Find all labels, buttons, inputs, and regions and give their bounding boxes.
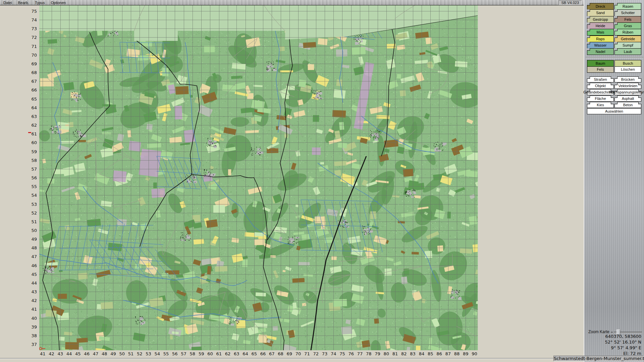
terrain-button-gras[interactable]: Gras	[614, 22, 641, 29]
object-button-busch[interactable]: Busch	[614, 60, 641, 67]
sidebar: DreckRasenSandSchotterGestrüppFelsHeideG…	[584, 0, 644, 362]
button-tab	[587, 3, 590, 5]
terrain-button-laub[interactable]: Laub	[614, 48, 641, 55]
y-axis-label: 61	[0, 131, 37, 136]
menu-bar: DateiBearb.TypusOptionenSB V4.023	[0, 0, 584, 5]
tool-button-strassen[interactable]: Straßen	[587, 76, 614, 82]
axis-cursor-tick	[28, 132, 31, 133]
terrain-button-rasen[interactable]: Rasen	[614, 3, 641, 10]
button-tab	[611, 96, 614, 98]
terrain-button-gras-label: Gras	[624, 24, 632, 28]
y-axis-label: 47	[0, 254, 37, 259]
divider	[0, 358, 584, 359]
divider	[586, 57, 643, 58]
y-axis-label: 53	[0, 202, 37, 207]
terrain-button-schotter[interactable]: Schotter	[614, 9, 641, 16]
y-axis-label: 55	[0, 184, 37, 189]
status-file-box: Schwarmstedt-Bergen-Munster_summer.ter	[553, 356, 643, 361]
button-tab	[587, 16, 590, 18]
terrain-button-wasser[interactable]: Wasser	[587, 42, 614, 49]
terrain-button-fels[interactable]: Fels	[614, 16, 641, 23]
y-axis-label: 52	[0, 210, 37, 216]
tool-button-beton[interactable]: Beton	[614, 102, 641, 108]
button-tab	[638, 83, 641, 85]
y-axis-label: 72	[0, 35, 37, 40]
menu-item-optionen[interactable]: Optionen	[51, 1, 66, 5]
button-tab	[614, 3, 618, 5]
tool-button-bruecken-label: Brücken	[621, 77, 635, 81]
y-axis-label: 40	[0, 316, 37, 321]
terrain-button-sumpf[interactable]: Sumpf	[614, 42, 641, 49]
terrain-button-gestruepp[interactable]: Gestrüpp	[587, 16, 614, 23]
menu-item-typus[interactable]: Typus	[35, 1, 45, 5]
object-button-busch-label: Busch	[623, 61, 633, 65]
terrain-button-raps[interactable]: Raps	[587, 36, 614, 42]
button-tab	[614, 83, 618, 85]
y-axis-label: 65	[0, 97, 37, 102]
object-button-baum[interactable]: Baum	[587, 60, 614, 67]
y-axis-label: 54	[0, 193, 37, 198]
y-axis-label: 41	[0, 307, 37, 312]
terrain-button-nadel[interactable]: Nadel	[587, 48, 614, 55]
tool-button-asphalt[interactable]: Asphalt	[614, 96, 641, 102]
terrain-button-heide[interactable]: Heide	[587, 22, 614, 29]
terrain-button-sumpf-label: Sumpf	[623, 43, 633, 47]
object-button-baum-label: Baum	[596, 61, 605, 65]
button-tab	[587, 76, 590, 79]
y-axis-label: 49	[0, 237, 37, 242]
button-tab	[614, 102, 618, 104]
zoom-slider-min-tick	[611, 332, 613, 333]
terrain-button-sand-label: Sand	[596, 11, 605, 15]
button-tab	[614, 22, 618, 25]
terrain-button-sand[interactable]: Sand	[587, 9, 614, 16]
terrain-button-wasser-label: Wasser	[594, 43, 607, 47]
y-axis-label: 64	[0, 105, 37, 110]
select-button[interactable]: Auswählen	[587, 108, 641, 114]
map-workspace: 7574737271706968676665646362616059585756…	[0, 5, 584, 362]
tool-button-flaeche-label: Fläche	[595, 97, 606, 101]
terrain-button-rueben[interactable]: Rüben	[614, 29, 641, 36]
tool-button-objekt-label: Objekt	[595, 84, 606, 88]
terrain-button-gestruepp-label: Gestrüpp	[593, 17, 608, 21]
tool-button-kies[interactable]: Kies	[587, 102, 614, 108]
terrain-button-rasen-label: Rasen	[623, 4, 633, 8]
terrain-button-heide-label: Heide	[596, 24, 605, 28]
map-canvas[interactable]	[39, 5, 478, 350]
tool-button-bruecken[interactable]: Brücken	[614, 76, 641, 82]
button-tab	[638, 102, 641, 104]
menu-item-bearb[interactable]: Bearb.	[18, 1, 29, 5]
tool-button-objekt[interactable]: Objekt	[587, 83, 614, 89]
tool-button-vektorlinien[interactable]: Vektorlinien	[614, 83, 641, 89]
y-axis-label: 43	[0, 289, 37, 294]
tool-button-hochspannungsleitung[interactable]: Hochspannungsleitung	[614, 89, 641, 95]
button-tab	[587, 83, 590, 85]
tool-button-vektorlinien-label: Vektorlinien	[619, 84, 638, 88]
object-button-fels[interactable]: Fels	[587, 66, 614, 73]
y-axis-label: 57	[0, 167, 37, 172]
tool-button-flaeche[interactable]: Fläche	[587, 96, 614, 102]
y-axis-label: 48	[0, 245, 37, 250]
tool-button-asphalt-label: Asphalt	[622, 97, 634, 101]
y-axis-label: 50	[0, 228, 37, 233]
terrain-button-dreck[interactable]: Dreck	[587, 3, 614, 10]
object-button-fels-label: Fels	[597, 67, 604, 71]
object-button-loeschen[interactable]: Löschen	[614, 66, 641, 73]
button-tab	[587, 36, 590, 38]
terrain-button-dreck-label: Dreck	[596, 4, 605, 8]
terrain-button-mais[interactable]: Mais	[587, 29, 614, 36]
menu-item-datei[interactable]: Datei	[3, 1, 12, 5]
y-axis-label: 67	[0, 79, 37, 84]
object-button-loeschen-label: Löschen	[621, 67, 635, 71]
y-axis-label: 44	[0, 281, 37, 286]
terrain-button-nadel-label: Nadel	[596, 50, 605, 54]
button-tab	[614, 76, 618, 79]
y-axis-label: 58	[0, 158, 37, 163]
y-axis-label: 39	[0, 324, 37, 329]
button-tab	[587, 48, 590, 51]
button-tab	[587, 42, 590, 44]
y-axis-label: 45	[0, 272, 37, 277]
terrain-button-getreide[interactable]: Getreide	[614, 36, 641, 42]
y-axis-label: 38	[0, 333, 37, 338]
button-tab	[638, 76, 641, 79]
button-tab	[587, 89, 590, 92]
